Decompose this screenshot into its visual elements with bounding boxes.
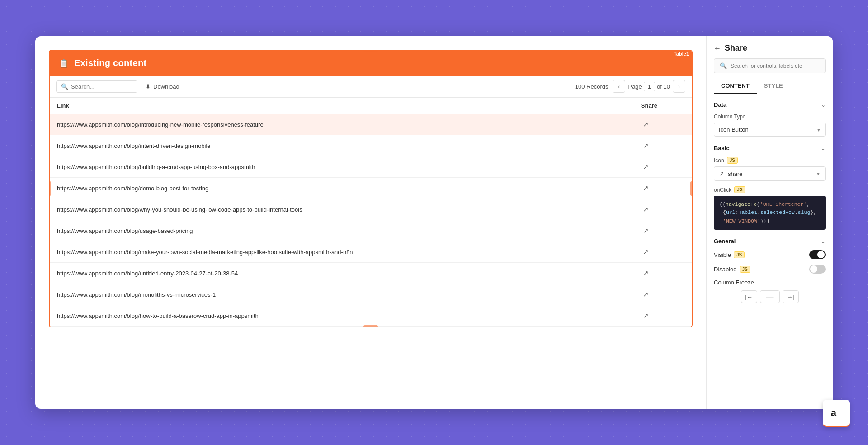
data-table: Link Share https://www.appsmith.com/blog… xyxy=(50,98,692,327)
disabled-toggle[interactable] xyxy=(809,265,826,274)
search-box[interactable]: 🔍 xyxy=(56,80,137,93)
tab-content[interactable]: CONTENT xyxy=(714,79,757,94)
general-section-header[interactable]: General ⌄ xyxy=(714,238,826,245)
download-icon: ⬇ xyxy=(146,83,151,90)
page-label: Page xyxy=(628,83,642,90)
basic-section-header[interactable]: Basic ⌄ xyxy=(714,145,826,151)
cell-share[interactable]: ↗ xyxy=(634,114,692,135)
cell-share[interactable]: ↗ xyxy=(634,220,692,241)
appsmith-badge: a_ xyxy=(823,400,850,427)
column-type-select-wrapper[interactable]: Icon Button Button Text ▼ xyxy=(714,123,826,137)
cell-share[interactable]: ↗ xyxy=(634,135,692,156)
column-freeze-label: Column Freeze xyxy=(714,279,826,286)
panel-search-box[interactable]: 🔍 xyxy=(714,58,826,73)
general-section: General ⌄ Visible JS Disabled JS xyxy=(714,238,826,303)
cell-share[interactable]: ↗ xyxy=(634,156,692,178)
table-row[interactable]: https://www.appsmith.com/blog/usage-base… xyxy=(50,220,692,241)
cell-share[interactable]: ↗ xyxy=(634,241,692,263)
column-freeze-section: Column Freeze |← — →| xyxy=(714,279,826,303)
table-row[interactable]: https://www.appsmith.com/blog/why-you-sh… xyxy=(50,199,692,220)
onclick-code-block[interactable]: {{navigateTo('URL Shortener', {url:Table… xyxy=(714,196,826,230)
share-icon-button[interactable]: ↗ xyxy=(641,226,651,236)
icon-select-value: share xyxy=(728,170,812,177)
cell-link: https://www.appsmith.com/blog/make-your-… xyxy=(50,241,634,263)
share-icon-button[interactable]: ↗ xyxy=(641,311,651,321)
panel-search-input[interactable] xyxy=(731,63,820,69)
general-section-chevron: ⌄ xyxy=(821,238,826,245)
onclick-js-badge: JS xyxy=(734,186,745,193)
cell-share[interactable]: ↗ xyxy=(634,263,692,284)
share-icon-button[interactable]: ↗ xyxy=(641,183,651,193)
table-widget: Table1 📋 Existing content 🔍 ⬇ Download xyxy=(49,50,693,327)
tab-style[interactable]: STYLE xyxy=(757,79,790,94)
disabled-toggle-row: Disabled JS xyxy=(714,265,826,274)
next-page-button[interactable]: › xyxy=(673,80,685,93)
basic-section-chevron: ⌄ xyxy=(821,145,826,151)
column-type-select[interactable]: Icon Button Button Text xyxy=(714,123,826,137)
cell-link: https://www.appsmith.com/blog/usage-base… xyxy=(50,220,634,241)
share-icon-button[interactable]: ↗ xyxy=(641,162,651,172)
visible-toggle[interactable] xyxy=(809,250,826,259)
panel-back-button[interactable]: ← Share xyxy=(714,43,826,53)
table-row[interactable]: https://www.appsmith.com/blog/untitled-e… xyxy=(50,263,692,284)
page-number[interactable]: 1 xyxy=(644,82,655,91)
table-row[interactable]: https://www.appsmith.com/blog/monoliths-… xyxy=(50,284,692,305)
download-button[interactable]: ⬇ Download xyxy=(142,81,183,92)
icon-field-label: Icon JS xyxy=(714,157,826,164)
right-panel: ← Share 🔍 CONTENT STYLE Data ⌄ xyxy=(706,36,833,409)
drag-handle-top[interactable] xyxy=(363,50,378,52)
share-icon-button[interactable]: ↗ xyxy=(641,119,651,129)
cell-link: https://www.appsmith.com/blog/building-a… xyxy=(50,156,634,178)
cell-link: https://www.appsmith.com/blog/how-to-bui… xyxy=(50,305,634,327)
data-section-chevron: ⌄ xyxy=(821,102,826,108)
freeze-center-button[interactable]: — xyxy=(760,290,780,303)
share-icon-button[interactable]: ↗ xyxy=(641,247,651,257)
cell-share[interactable]: ↗ xyxy=(634,305,692,327)
table-toolbar: 🔍 ⬇ Download 100 Records ‹ Page 1 of 10 xyxy=(50,76,692,98)
onclick-label: onClick JS xyxy=(714,186,826,193)
table-row[interactable]: https://www.appsmith.com/blog/how-to-bui… xyxy=(50,305,692,327)
column-type-label: Column Type xyxy=(714,114,826,120)
panel-body: Data ⌄ Column Type Icon Button Button Te… xyxy=(707,94,833,409)
pagination: ‹ Page 1 of 10 › xyxy=(613,80,685,93)
records-count: 100 Records xyxy=(575,83,609,90)
drag-handle-right[interactable] xyxy=(690,181,693,196)
page-total: of 10 xyxy=(657,83,670,90)
page-info: Page 1 of 10 xyxy=(628,82,670,91)
table-row[interactable]: https://www.appsmith.com/blog/make-your-… xyxy=(50,241,692,263)
share-icon-button[interactable]: ↗ xyxy=(641,204,651,214)
cell-share[interactable]: ↗ xyxy=(634,199,692,220)
share-icon-button[interactable]: ↗ xyxy=(641,268,651,278)
table-row[interactable]: https://www.appsmith.com/blog/intent-dri… xyxy=(50,135,692,156)
cell-link: https://www.appsmith.com/blog/demo-blog-… xyxy=(50,178,634,199)
drag-handle-left[interactable] xyxy=(49,181,51,196)
table-row[interactable]: https://www.appsmith.com/blog/demo-blog-… xyxy=(50,178,692,199)
share-icon-button[interactable]: ↗ xyxy=(641,289,651,299)
panel-header: ← Share 🔍 CONTENT STYLE xyxy=(707,36,833,94)
table-row[interactable]: https://www.appsmith.com/blog/building-a… xyxy=(50,156,692,178)
icon-select-arrow-icon: ▼ xyxy=(816,171,821,176)
cell-share[interactable]: ↗ xyxy=(634,178,692,199)
freeze-controls: |← — →| xyxy=(714,290,826,303)
main-window: Table1 📋 Existing content 🔍 ⬇ Download xyxy=(35,36,833,409)
basic-section: Basic ⌄ Icon JS ↗ share ▼ onClick xyxy=(714,145,826,230)
freeze-right-button[interactable]: →| xyxy=(783,290,799,303)
download-label: Download xyxy=(153,83,179,90)
general-section-title: General xyxy=(714,238,736,245)
cell-link: https://www.appsmith.com/blog/untitled-e… xyxy=(50,263,634,284)
icon-select-row[interactable]: ↗ share ▼ xyxy=(714,166,826,181)
table-row[interactable]: https://www.appsmith.com/blog/introducin… xyxy=(50,114,692,135)
panel-search-icon: 🔍 xyxy=(720,62,727,69)
prev-page-button[interactable]: ‹ xyxy=(613,80,625,93)
onclick-section: onClick JS {{navigateTo('URL Shortener',… xyxy=(714,186,826,230)
data-section-header[interactable]: Data ⌄ xyxy=(714,101,826,108)
data-section-title: Data xyxy=(714,101,726,108)
disabled-js-badge: JS xyxy=(740,266,750,273)
freeze-left-button[interactable]: |← xyxy=(741,290,757,303)
search-input[interactable] xyxy=(71,83,132,90)
visible-label: Visible JS xyxy=(714,251,745,258)
share-icon-button[interactable]: ↗ xyxy=(641,141,651,151)
column-header-link: Link xyxy=(50,98,634,114)
drag-handle-bottom[interactable] xyxy=(363,325,378,327)
cell-share[interactable]: ↗ xyxy=(634,284,692,305)
